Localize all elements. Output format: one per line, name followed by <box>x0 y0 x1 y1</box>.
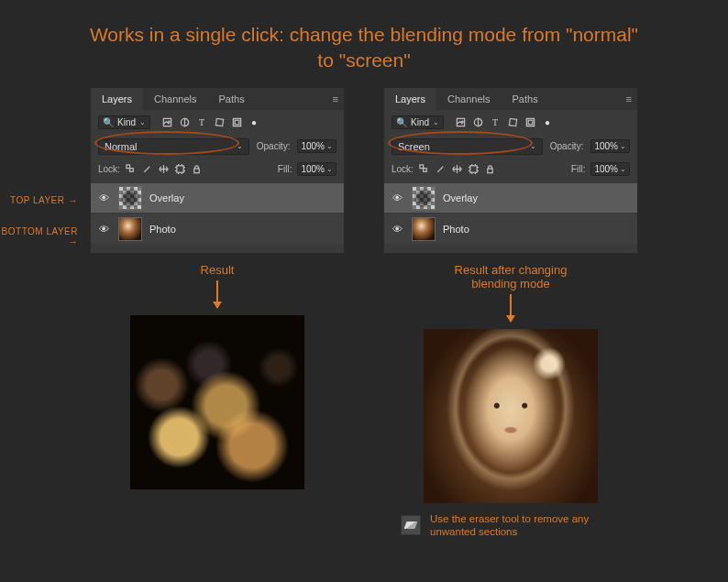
layer-name: Photo <box>443 224 469 235</box>
filter-dot-icon[interactable]: ● <box>248 116 259 127</box>
result-preview-after <box>424 329 598 503</box>
result-label-before: Result <box>201 263 235 308</box>
lock-all-icon[interactable] <box>485 163 496 174</box>
visibility-icon[interactable]: 👁 <box>390 224 404 235</box>
blend-opacity-row: Screen ⌄ Opacity: 100% ⌄ <box>384 135 637 159</box>
kind-label: Kind <box>411 117 429 127</box>
svg-rect-16 <box>470 166 477 172</box>
lock-paint-icon[interactable] <box>436 163 447 174</box>
tab-paths[interactable]: Paths <box>208 88 256 110</box>
lock-position-icon[interactable] <box>159 163 170 174</box>
tab-layers[interactable]: Layers <box>91 88 143 110</box>
blend-mode-dropdown[interactable]: Normal ⌄ <box>98 138 249 155</box>
result-text: Result <box>201 263 235 277</box>
layer-row-overlay[interactable]: 👁 Overlay <box>91 183 344 213</box>
arrow-right-icon: → <box>69 195 79 205</box>
filter-row: 🔍 Kind ⌄ T ● <box>384 110 637 135</box>
filter-smart-icon[interactable] <box>524 116 535 127</box>
svg-rect-6 <box>130 168 134 171</box>
layer-list: 👁 Overlay 👁 Photo <box>384 180 637 253</box>
filter-smart-icon[interactable] <box>231 116 242 127</box>
filter-type-icon[interactable]: T <box>196 116 207 127</box>
kind-label: Kind <box>117 117 136 127</box>
lock-paint-icon[interactable] <box>142 163 153 174</box>
lock-position-icon[interactable] <box>452 163 463 174</box>
layer-name: Overlay <box>149 192 184 203</box>
panel-tabs: Layers Channels Paths ≡ <box>384 88 637 110</box>
visibility-icon[interactable]: 👁 <box>390 192 404 203</box>
lock-all-icon[interactable] <box>192 163 203 174</box>
opacity-dropdown[interactable]: 100% ⌄ <box>590 139 630 153</box>
visibility-icon[interactable]: 👁 <box>96 192 111 203</box>
tab-layers[interactable]: Layers <box>384 88 436 110</box>
tab-channels[interactable]: Channels <box>143 88 207 110</box>
layer-list: 👁 Overlay 👁 Photo <box>91 180 344 253</box>
filter-pixel-icon[interactable] <box>455 116 466 127</box>
chevron-down-icon: ⌄ <box>326 165 333 173</box>
tab-channels[interactable]: Channels <box>436 88 501 110</box>
fill-value: 100% <box>594 164 618 174</box>
lock-transparency-icon[interactable] <box>126 163 137 174</box>
lock-artboard-icon[interactable] <box>469 163 480 174</box>
lock-label: Lock: <box>392 164 414 174</box>
lock-artboard-icon[interactable] <box>175 163 186 174</box>
svg-rect-4 <box>235 120 239 125</box>
filter-kind-dropdown[interactable]: 🔍 Kind ⌄ <box>98 115 150 129</box>
svg-rect-17 <box>488 169 493 173</box>
layers-panel-before: Layers Channels Paths ≡ 🔍 Kind ⌄ T ● <box>90 87 345 254</box>
search-icon: 🔍 <box>103 117 114 127</box>
layer-row-photo[interactable]: 👁 Photo <box>384 214 637 244</box>
svg-rect-15 <box>424 168 427 171</box>
layer-thumbnail <box>412 217 436 241</box>
filter-type-icon[interactable]: T <box>490 116 501 127</box>
panel-menu-icon[interactable]: ≡ <box>626 93 632 104</box>
lock-fill-row: Lock: Fill: 100% ⌄ <box>384 159 637 180</box>
result-text: Result after changing blending mode <box>437 263 584 291</box>
arrow-down-icon <box>216 280 218 308</box>
fill-dropdown[interactable]: 100% ⌄ <box>297 162 336 176</box>
svg-rect-7 <box>177 166 183 172</box>
chevron-down-icon: ⌄ <box>139 118 146 126</box>
svg-rect-2 <box>215 118 223 126</box>
filter-kind-dropdown[interactable]: 🔍 Kind ⌄ <box>392 115 444 129</box>
after-column: Layers Channels Paths ≡ 🔍 Kind ⌄ T ● <box>373 87 648 539</box>
panel-tabs: Layers Channels Paths ≡ <box>91 88 344 110</box>
fill-label: Fill: <box>278 164 292 174</box>
blend-mode-value: Normal <box>105 141 137 152</box>
layer-name: Photo <box>149 224 176 235</box>
tab-paths[interactable]: Paths <box>502 88 549 110</box>
lock-label: Lock: <box>98 164 120 174</box>
visibility-icon[interactable]: 👁 <box>96 224 111 235</box>
fill-dropdown[interactable]: 100% ⌄ <box>590 162 630 176</box>
arrow-right-icon: → <box>69 236 79 247</box>
result-preview-before <box>130 315 304 489</box>
comparison-row: TOP LAYER→ BOTTOM LAYER→ Layers Channels… <box>0 87 728 539</box>
bottom-layer-label: BOTTOM LAYER <box>2 226 78 236</box>
layer-thumbnail <box>412 186 436 210</box>
filter-shape-icon[interactable] <box>507 116 518 127</box>
layer-row-photo[interactable]: 👁 Photo <box>91 214 344 244</box>
arrow-down-icon <box>510 294 512 322</box>
lock-transparency-icon[interactable] <box>419 163 430 174</box>
fill-value: 100% <box>301 164 325 174</box>
result-label-after: Result after changing blending mode <box>437 263 584 322</box>
filter-adjust-icon[interactable] <box>179 116 190 127</box>
opacity-dropdown[interactable]: 100% ⌄ <box>297 139 336 153</box>
chevron-down-icon: ⌄ <box>237 142 243 150</box>
eraser-icon <box>401 515 421 535</box>
filter-adjust-icon[interactable] <box>472 116 483 127</box>
panel-menu-icon[interactable]: ≡ <box>333 93 338 104</box>
svg-rect-13 <box>528 120 533 125</box>
layer-row-overlay[interactable]: 👁 Overlay <box>384 183 637 213</box>
filter-shape-icon[interactable] <box>214 116 225 127</box>
opacity-label: Opacity: <box>257 141 291 151</box>
filter-pixel-icon[interactable] <box>161 116 172 127</box>
layer-thumbnail <box>118 217 142 241</box>
blend-mode-dropdown[interactable]: Screen ⌄ <box>392 138 543 155</box>
filter-dot-icon[interactable]: ● <box>542 116 553 127</box>
chevron-down-icon: ⌄ <box>326 142 333 150</box>
filter-row: 🔍 Kind ⌄ T ● <box>91 110 344 135</box>
instruction-heading: Works in a single click: change the blen… <box>0 0 728 87</box>
blend-mode-value: Screen <box>398 141 430 152</box>
search-icon: 🔍 <box>396 117 407 127</box>
